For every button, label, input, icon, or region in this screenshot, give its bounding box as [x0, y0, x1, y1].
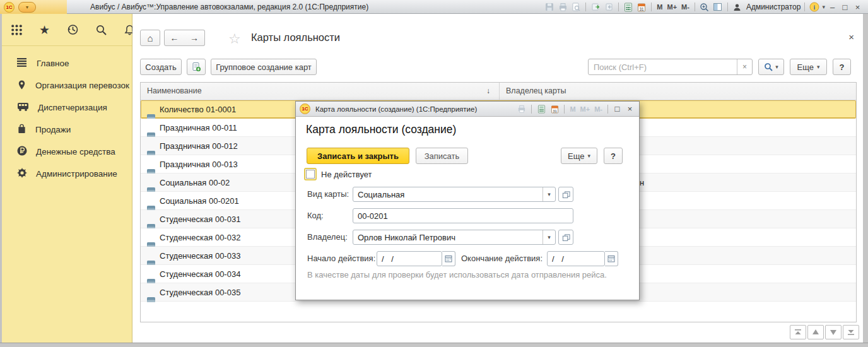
scroll-down-icon [830, 329, 837, 335]
memory-plus-button[interactable]: M+ [666, 3, 678, 11]
start-date-input[interactable] [377, 251, 442, 266]
window-titlebar: 1С ▾ Авибус / Авибус™:Управление автовок… [0, 0, 868, 14]
more-actions-button[interactable]: Еще ▾ [790, 59, 827, 75]
apps-grid-icon[interactable] [11, 23, 23, 37]
end-date-calendar-button[interactable] [605, 251, 618, 266]
gear-icon [17, 168, 27, 180]
go-last-button[interactable] [843, 325, 859, 339]
row-name: Праздничная 00-011 [160, 123, 237, 132]
calculator-icon[interactable] [623, 2, 634, 12]
info-caret-icon[interactable]: ▾ [822, 4, 825, 10]
go-prev-button[interactable] [807, 325, 824, 339]
caret-down-icon: ▾ [817, 64, 820, 70]
dialog-close-button[interactable]: × [625, 104, 635, 114]
get-link-icon[interactable] [590, 2, 601, 12]
kind-combobox[interactable]: Социальная ▾ [353, 187, 556, 202]
group-create-button[interactable]: Групповое создание карт [211, 59, 317, 75]
memory-minus-button[interactable]: M- [593, 105, 604, 113]
minimize-button[interactable]: – [827, 3, 838, 12]
search-icon [764, 62, 773, 71]
search-clear-icon[interactable]: × [737, 59, 752, 74]
kind-dropdown-button[interactable]: ▾ [542, 187, 555, 201]
memory-recall-button[interactable]: M [655, 3, 664, 11]
sidebar-item-cash[interactable]: Денежные средства [2, 141, 132, 163]
dialog-maximize-button[interactable]: □ [612, 104, 623, 114]
divider [607, 105, 608, 114]
info-icon[interactable]: i [809, 2, 820, 12]
home-button[interactable]: ⌂ [140, 30, 160, 46]
memory-recall-button[interactable]: M [568, 105, 577, 113]
maximize-button[interactable]: □ [840, 3, 850, 12]
table-header: Наименование ↓ Владелец карты [141, 83, 856, 100]
owner-dropdown-button[interactable]: ▾ [542, 230, 555, 244]
zoom-icon[interactable] [699, 2, 710, 12]
memory-plus-button[interactable]: M+ [579, 105, 592, 113]
1c-logo-icon: 1С [300, 103, 310, 114]
window-frame-left [0, 14, 2, 343]
code-input[interactable] [353, 208, 573, 223]
calendar-icon[interactable]: 31 [549, 104, 560, 114]
go-to-link-icon[interactable] [603, 2, 614, 12]
search-input[interactable] [589, 59, 737, 74]
sidebar-item-label: Диспетчеризация [38, 103, 107, 112]
print-icon[interactable] [557, 2, 568, 12]
scroll-top-icon [794, 329, 802, 336]
row-name: Праздничная 00-013 [160, 160, 238, 169]
save-button[interactable]: Записать [416, 148, 468, 164]
split-view-icon[interactable] [712, 2, 724, 12]
favorite-star-icon[interactable]: ☆ [228, 31, 241, 47]
print-icon[interactable] [516, 104, 527, 114]
column-header-name[interactable]: Наименование ↓ [141, 83, 499, 100]
calendar-icon[interactable]: 31 [636, 2, 647, 12]
dialog-help-button[interactable]: ? [604, 148, 623, 164]
inactive-checkbox[interactable] [306, 170, 315, 179]
app-window: 1С ▾ Авибус / Авибус™:Управление автовок… [0, 0, 868, 347]
print-preview-icon[interactable] [570, 2, 582, 12]
copy-item-button[interactable] [187, 59, 206, 75]
titlebar-actions: 31 M M+ M- Администратор i ▾ – □ × [544, 0, 863, 14]
sidebar-item-transport-org[interactable]: Организация перевозок [2, 74, 132, 97]
row-name: Студенческая 00-035 [160, 288, 240, 297]
window-frame-right [863, 14, 868, 343]
favorites-star-icon[interactable]: ★ [39, 23, 50, 37]
main-menu-dropdown-button[interactable]: ▾ [18, 2, 36, 13]
help-button[interactable]: ? [833, 59, 851, 75]
form-close-icon[interactable]: × [848, 32, 854, 42]
dialog-body: Карта лояльности (создание) Записать и з… [296, 117, 639, 301]
search-options-button[interactable]: ▾ [758, 59, 784, 75]
row-name: Социальная 00-0201 [160, 196, 239, 206]
divider [531, 105, 532, 114]
dialog-more-button[interactable]: Еще ▾ [561, 148, 597, 164]
owner-combobox[interactable]: Орлов Николай Петрович ▾ [353, 230, 556, 245]
kind-open-button[interactable] [558, 187, 573, 202]
save-icon[interactable] [544, 2, 555, 12]
kind-value: Социальная [353, 190, 542, 199]
go-first-button[interactable] [790, 325, 806, 339]
sidebar-item-sales[interactable]: Продажи [2, 119, 132, 141]
history-icon[interactable] [66, 23, 79, 37]
search-icon[interactable] [95, 23, 107, 37]
sidebar-item-dispatch[interactable]: Диспетчеризация [2, 97, 132, 119]
dialog-titlebar: 1С Карта лояльности (создание) (1С:Предп… [296, 102, 639, 117]
go-next-button[interactable] [825, 325, 842, 339]
end-date-input[interactable] [547, 251, 605, 266]
save-and-close-button[interactable]: Записать и закрыть [307, 148, 409, 164]
create-button[interactable]: Создать [140, 59, 182, 75]
row-name: Количество 01-0001 [160, 105, 236, 114]
calculator-icon[interactable] [536, 104, 547, 114]
back-button[interactable]: ← [164, 30, 185, 46]
sidebar-item-administration[interactable]: Администрирование [2, 163, 132, 185]
start-date-calendar-button[interactable] [442, 251, 455, 266]
column-header-owner[interactable]: Владелец карты [499, 83, 856, 100]
form-nav-row: ⌂ ← → ☆ Карты лояльности × [132, 14, 863, 45]
sidebar-item-main[interactable]: Главное [2, 52, 132, 74]
owner-open-button[interactable] [558, 230, 573, 245]
memory-minus-button[interactable]: M- [680, 3, 691, 11]
row-name: Студенческая 00-034 [160, 269, 240, 279]
caret-down-icon: ▾ [548, 234, 551, 240]
user-icon [732, 2, 743, 12]
forward-button[interactable]: → [184, 30, 205, 46]
start-date-label: Начало действия: [307, 251, 375, 266]
ruble-icon [17, 146, 27, 158]
close-button[interactable]: × [852, 3, 863, 12]
